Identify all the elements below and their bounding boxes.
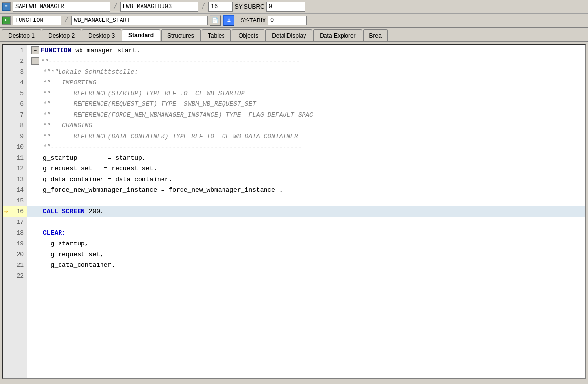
code-line-4[interactable]: *" IMPORTING [27, 77, 585, 88]
sep1: / [112, 3, 118, 11]
code-line-20[interactable]: g_request_set, [27, 249, 585, 260]
line-num-5: 5 [3, 88, 27, 99]
code-line-17[interactable] [27, 217, 585, 227]
line-num-16: ⇒ 16 [3, 206, 27, 217]
expand-icon-2[interactable]: − [31, 57, 39, 65]
line-num-17: 17 [3, 217, 27, 227]
code-line-3[interactable]: *"*"Lokale Schnittstelle: [27, 66, 585, 77]
code-line-22[interactable] [27, 270, 585, 281]
tab-detaildisplay[interactable]: DetailDisplay [265, 29, 312, 41]
code-12: g_request_set = request_set. [43, 165, 157, 172]
info-icon[interactable]: i [223, 15, 234, 26]
type-field[interactable] [13, 16, 61, 25]
line-num-4: 4 [3, 77, 27, 88]
line-num-10: 10 [3, 141, 27, 152]
code-line-13[interactable]: g_data_container = data_container. [27, 174, 585, 184]
doc-icon[interactable]: 📄 [210, 15, 221, 26]
sy-subrc-group: SY-SUBRC [235, 2, 305, 12]
line-num-11: 11 [3, 152, 27, 163]
comment-10: *"--------------------------------------… [43, 143, 302, 151]
line-num-12: 12 [3, 163, 27, 174]
code-line-8[interactable]: *" CHANGING [27, 120, 585, 131]
tab-desktop1[interactable]: Desktop 1 [2, 29, 41, 41]
tab-desktop3[interactable]: Desktop 3 [82, 29, 121, 41]
tab-bar: Desktop 1 Desktop 2 Desktop 3 Standard S… [0, 28, 588, 42]
code-line-16[interactable]: CALL SCREEN 200. [27, 206, 585, 217]
toolbar-row-1: ≡ / / SY-SUBRC [0, 0, 588, 14]
code-11: g_startup = startup. [43, 154, 146, 162]
expand-icon-1[interactable]: − [31, 46, 39, 54]
line-num-21: 21 [3, 260, 27, 270]
program-field[interactable] [13, 2, 110, 12]
line-num-9: 9 [3, 131, 27, 141]
toolbar-row-2: F / 📄 i SY-TABIX [0, 14, 588, 27]
sep3: / [63, 17, 69, 24]
comment-3: *"*"Lokale Schnittstelle: [43, 68, 138, 76]
code-line-11[interactable]: g_startup = startup. [27, 152, 585, 163]
code-line-21[interactable]: g_data_container. [27, 260, 585, 270]
sy-subrc-label: SY-SUBRC [235, 3, 264, 10]
sy-subrc-value [266, 2, 305, 12]
line-num-8: 8 [3, 120, 27, 131]
code-17 [43, 219, 47, 226]
sy-tabix-label: SY-TABIX [240, 17, 266, 24]
comment-2: *"--------------------------------------… [41, 58, 300, 65]
line-num-6: 6 [3, 99, 27, 109]
keyword-screen: SCREEN [62, 208, 85, 215]
tab-desktop2[interactable]: Desktop 2 [42, 29, 81, 41]
sep2: / [200, 3, 206, 11]
comment-8: *" CHANGING [43, 122, 92, 129]
line-num-14: 14 [3, 184, 27, 195]
code-line-7[interactable]: *" REFERENCE(FORCE_NEW_WBMANAGER_INSTANC… [27, 109, 585, 120]
code-line-6[interactable]: *" REFERENCE(REQUEST_SET) TYPE SWBM_WB_R… [27, 99, 585, 109]
line-num-7: 7 [3, 109, 27, 120]
code-20: g_request_set, [43, 251, 104, 258]
keyword-call: CALL [43, 208, 58, 215]
code-13: g_data_container = data_container. [43, 176, 172, 183]
code-editor: 1 2 3 4 5 6 7 8 9 10 11 12 13 14 15 ⇒ 16… [2, 44, 586, 379]
comment-9: *" REFERENCE(DATA_CONTAINER) TYPE REF TO… [43, 133, 298, 140]
tab-objects[interactable]: Objects [232, 29, 264, 41]
code-line-9[interactable]: *" REFERENCE(DATA_CONTAINER) TYPE REF TO… [27, 131, 585, 141]
line-num-13: 13 [3, 174, 27, 184]
code-line-15[interactable] [27, 195, 585, 206]
code-line-19[interactable]: g_startup, [27, 238, 585, 249]
code-line-1[interactable]: − FUNCTION wb_manager_start. [27, 45, 585, 56]
sy-tabix-value [268, 16, 307, 25]
code-line-2[interactable]: − *"------------------------------------… [27, 56, 585, 66]
line-field[interactable] [208, 2, 233, 12]
tab-standard[interactable]: Standard [122, 29, 160, 41]
line-num-18: 18 [3, 227, 27, 238]
function-icon: F [2, 16, 11, 25]
line-num-15: 15 [3, 195, 27, 206]
tab-structures[interactable]: Structures [161, 29, 201, 41]
code-19: g_startup, [43, 240, 89, 247]
line-num-19: 19 [3, 238, 27, 249]
code-22 [43, 272, 47, 280]
line-num-2: 2 [3, 56, 27, 66]
comment-7: *" REFERENCE(FORCE_NEW_WBMANAGER_INSTANC… [43, 111, 313, 119]
current-line-arrow: ⇒ [4, 207, 8, 216]
tab-dataexplorer[interactable]: Data Explorer [313, 29, 362, 41]
comment-5: *" REFERENCE(STARTUP) TYPE REF TO CL_WB_… [43, 90, 244, 97]
module-field[interactable] [120, 2, 198, 12]
code-line-12[interactable]: g_request_set = request_set. [27, 163, 585, 174]
code-area: 1 2 3 4 5 6 7 8 9 10 11 12 13 14 15 ⇒ 16… [3, 45, 585, 378]
code-14: g_force_new_wbmanager_instance = force_n… [43, 186, 283, 194]
comment-6: *" REFERENCE(REQUEST_SET) TYPE SWBM_WB_R… [43, 101, 256, 108]
program-icon: ≡ [2, 2, 11, 11]
line-num-22: 22 [3, 270, 27, 281]
code-21: g_data_container. [43, 262, 115, 269]
code-line-18[interactable]: CLEAR: [27, 227, 585, 238]
function-name-field[interactable] [71, 16, 208, 25]
comment-4: *" IMPORTING [43, 79, 96, 86]
tab-brea[interactable]: Brea [363, 29, 388, 41]
code-line-5[interactable]: *" REFERENCE(STARTUP) TYPE REF TO CL_WB_… [27, 88, 585, 99]
code-line-14[interactable]: g_force_new_wbmanager_instance = force_n… [27, 184, 585, 195]
tab-tables[interactable]: Tables [202, 29, 231, 41]
line-num-1: 1 [3, 45, 27, 56]
code-15 [43, 197, 47, 204]
line-num-3: 3 [3, 66, 27, 77]
code-content: − FUNCTION wb_manager_start. − *"-------… [27, 45, 585, 378]
code-line-10[interactable]: *"--------------------------------------… [27, 141, 585, 152]
